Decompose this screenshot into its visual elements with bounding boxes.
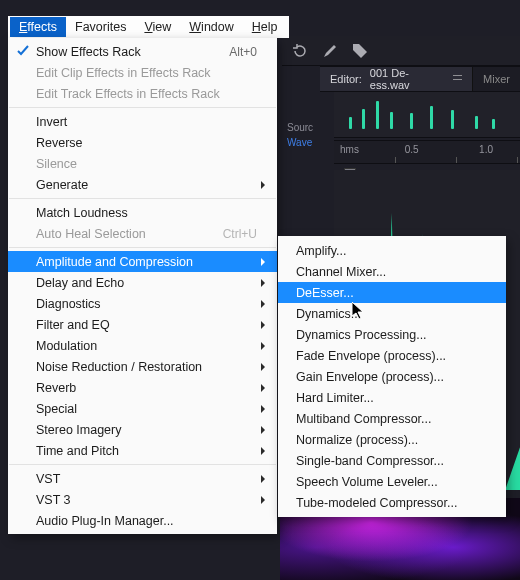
submenu-item-label: Speech Volume Leveler... xyxy=(296,475,438,489)
submenu-item[interactable]: Dynamics... xyxy=(278,303,506,324)
tag-icon[interactable] xyxy=(352,43,368,59)
check-icon xyxy=(16,44,30,58)
refresh-icon[interactable] xyxy=(292,43,308,59)
submenu-item[interactable]: Tube-modeled Compressor... xyxy=(278,492,506,513)
menu-item-label: Audio Plug-In Manager... xyxy=(36,514,174,528)
submenu-item[interactable]: Fade Envelope (process)... xyxy=(278,345,506,366)
menu-item-label: Stereo Imagery xyxy=(36,423,121,437)
menu-item[interactable]: Amplitude and Compression xyxy=(8,251,277,272)
mixer-label[interactable]: Mixer xyxy=(473,73,520,85)
waveform-overview[interactable] xyxy=(334,92,520,138)
menu-item: Edit Clip Effects in Effects Rack xyxy=(8,62,277,83)
submenu-item-label: Normalize (process)... xyxy=(296,433,418,447)
toolbar xyxy=(282,36,520,66)
submenu-item-label: Dynamics Processing... xyxy=(296,328,427,342)
menu-item-label: Delay and Echo xyxy=(36,276,124,290)
submenu-item[interactable]: Dynamics Processing... xyxy=(278,324,506,345)
submenu-item[interactable]: Speech Volume Leveler... xyxy=(278,471,506,492)
submenu-item[interactable]: Single-band Compressor... xyxy=(278,450,506,471)
menu-item[interactable]: Stereo Imagery xyxy=(8,419,277,440)
menu-item-label: Filter and EQ xyxy=(36,318,110,332)
menu-item: Edit Track Effects in Effects Rack xyxy=(8,83,277,104)
menu-item[interactable]: Reverse xyxy=(8,132,277,153)
editor-header: Editor: 001 De-ess.wav Mixer xyxy=(320,66,520,92)
menubar-item[interactable]: View xyxy=(135,17,180,37)
submenu-item-label: DeEsser... xyxy=(296,286,354,300)
submenu-item-label: Fade Envelope (process)... xyxy=(296,349,446,363)
menubar-item[interactable]: Window xyxy=(180,17,242,37)
menu-item-label: Special xyxy=(36,402,77,416)
menu-item[interactable]: Audio Plug-In Manager... xyxy=(8,510,277,531)
menu-item-label: Show Effects Rack xyxy=(36,45,141,59)
menu-item[interactable]: Reverb xyxy=(8,377,277,398)
submenu-item[interactable]: Normalize (process)... xyxy=(278,429,506,450)
menu-separator xyxy=(9,107,276,108)
submenu-item-label: Gain Envelope (process)... xyxy=(296,370,444,384)
menu-item-label: Auto Heal Selection xyxy=(36,227,146,241)
menu-item[interactable]: Filter and EQ xyxy=(8,314,277,335)
menu-item[interactable]: VST 3 xyxy=(8,489,277,510)
menu-item-label: VST xyxy=(36,472,60,486)
time-ruler[interactable]: hms 0.5 1.0 xyxy=(334,140,520,164)
editor-tab-filename: 001 De-ess.wav xyxy=(370,67,445,91)
menu-item-shortcut: Alt+0 xyxy=(229,45,257,59)
menu-item-label: Modulation xyxy=(36,339,97,353)
source-label: Sourc xyxy=(287,122,331,133)
mouse-cursor-icon xyxy=(352,302,366,320)
menu-item[interactable]: Invert xyxy=(8,111,277,132)
menu-item-label: Diagnostics xyxy=(36,297,101,311)
menu-separator xyxy=(9,198,276,199)
menubar-item[interactable]: Favorites xyxy=(66,17,135,37)
submenu-item-label: Tube-modeled Compressor... xyxy=(296,496,457,510)
editor-tab-prefix: Editor: xyxy=(330,73,362,85)
menu-item[interactable]: Time and Pitch xyxy=(8,440,277,461)
ruler-tick: hms xyxy=(340,144,359,155)
menu-item-shortcut: Ctrl+U xyxy=(223,227,257,241)
submenu-item[interactable]: Channel Mixer... xyxy=(278,261,506,282)
wave-label[interactable]: Wave xyxy=(287,137,331,148)
menu-item: Auto Heal SelectionCtrl+U xyxy=(8,223,277,244)
menu-item-label: Silence xyxy=(36,157,77,171)
menu-item[interactable]: Show Effects RackAlt+0 xyxy=(8,41,277,62)
submenu-item[interactable]: Multiband Compressor... xyxy=(278,408,506,429)
menu-item-label: Edit Track Effects in Effects Rack xyxy=(36,87,220,101)
menu-separator xyxy=(9,247,276,248)
menu-item[interactable]: VST xyxy=(8,468,277,489)
menu-item-label: Edit Clip Effects in Effects Rack xyxy=(36,66,211,80)
menu-item-label: Noise Reduction / Restoration xyxy=(36,360,202,374)
panel-labels: Sourc Wave xyxy=(283,118,331,148)
ruler-tick: 1.0 xyxy=(479,144,493,155)
menu-item-label: Match Loudness xyxy=(36,206,128,220)
hamburger-icon[interactable] xyxy=(453,75,462,83)
submenu-item-label: Multiband Compressor... xyxy=(296,412,431,426)
editor-tab[interactable]: Editor: 001 De-ess.wav xyxy=(320,67,473,91)
menu-bar: EffectsFavoritesViewWindowHelp xyxy=(8,16,289,38)
menu-item[interactable]: Match Loudness xyxy=(8,202,277,223)
brush-icon[interactable] xyxy=(322,43,338,59)
menu-item[interactable]: Noise Reduction / Restoration xyxy=(8,356,277,377)
submenu-item[interactable]: Amplify... xyxy=(278,240,506,261)
submenu-item-label: Amplify... xyxy=(296,244,346,258)
menu-item-label: Invert xyxy=(36,115,67,129)
submenu-item-label: Single-band Compressor... xyxy=(296,454,444,468)
menu-item[interactable]: Special xyxy=(8,398,277,419)
menu-item-label: Reverb xyxy=(36,381,76,395)
submenu-item[interactable]: Gain Envelope (process)... xyxy=(278,366,506,387)
ruler-tick: 0.5 xyxy=(405,144,419,155)
menu-item-label: VST 3 xyxy=(36,493,71,507)
menubar-item[interactable]: Effects xyxy=(10,17,66,37)
menu-item[interactable]: Modulation xyxy=(8,335,277,356)
effects-menu: Show Effects RackAlt+0Edit Clip Effects … xyxy=(8,38,277,534)
submenu-item-label: Hard Limiter... xyxy=(296,391,374,405)
menu-item: Silence xyxy=(8,153,277,174)
amplitude-compression-submenu: Amplify...Channel Mixer...DeEsser...Dyna… xyxy=(278,236,506,517)
menu-separator xyxy=(9,464,276,465)
submenu-item[interactable]: Hard Limiter... xyxy=(278,387,506,408)
submenu-item-label: Channel Mixer... xyxy=(296,265,386,279)
menu-item[interactable]: Generate xyxy=(8,174,277,195)
menu-item[interactable]: Diagnostics xyxy=(8,293,277,314)
menu-item[interactable]: Delay and Echo xyxy=(8,272,277,293)
menubar-item[interactable]: Help xyxy=(243,17,287,37)
menu-item-label: Generate xyxy=(36,178,88,192)
submenu-item[interactable]: DeEsser... xyxy=(278,282,506,303)
